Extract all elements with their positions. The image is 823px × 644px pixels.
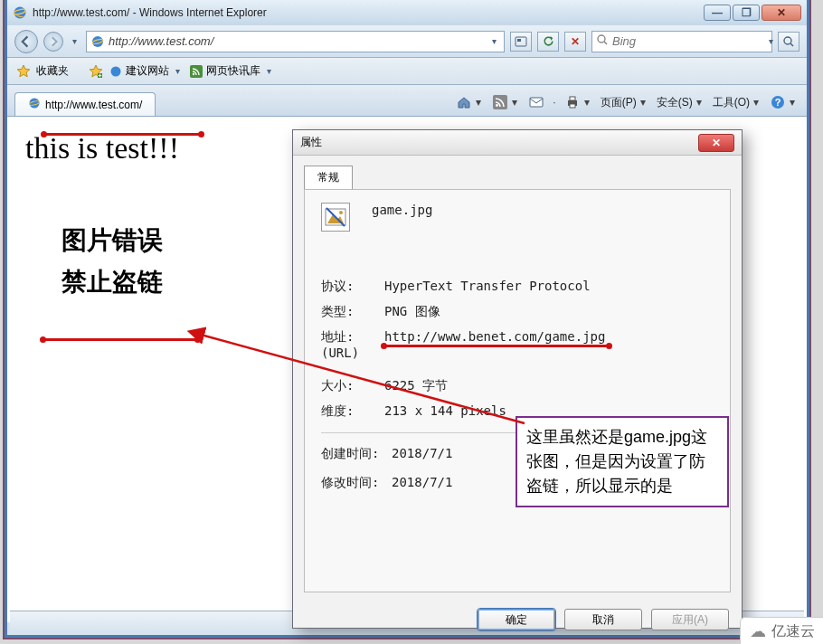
rss-icon — [492, 94, 508, 110]
address-input[interactable] — [109, 34, 488, 48]
page-menu-label: 页面(P) — [601, 95, 637, 110]
favorites-star-icon[interactable] — [16, 64, 31, 79]
nav-history-dropdown[interactable]: ▾ — [69, 36, 80, 46]
feed-icon — [189, 64, 203, 79]
type-value: PNG 图像 — [384, 304, 714, 320]
svg-point-11 — [193, 72, 194, 74]
type-label: 类型: — [321, 304, 384, 320]
svg-text:?: ? — [775, 97, 781, 108]
svg-point-7 — [784, 37, 791, 44]
annotation-callout: 这里虽然还是game.jpg这张图，但是因为设置了防盗链，所以显示的是 — [516, 416, 729, 507]
feeds-button[interactable]: ▾ — [489, 92, 522, 112]
svg-rect-10 — [190, 65, 203, 78]
print-icon — [564, 94, 581, 110]
address-dropdown[interactable]: ▾ — [488, 36, 500, 46]
search-icon — [596, 33, 609, 49]
home-icon — [456, 94, 472, 110]
size-label: 大小: — [321, 378, 384, 394]
mail-icon — [528, 94, 544, 110]
stop-button[interactable]: ✕ — [564, 32, 586, 52]
url-label: 地址: (URL) — [321, 329, 384, 360]
ie-small-icon — [109, 64, 123, 79]
watermark-text: 亿速云 — [771, 622, 815, 641]
svg-point-9 — [111, 66, 121, 76]
mail-button[interactable] — [525, 92, 547, 112]
favorites-bar: 收藏夹 建议网站 ▾ 网页快讯库 ▾ — [7, 58, 807, 85]
help-icon: ? — [770, 94, 786, 110]
search-input[interactable] — [612, 34, 765, 48]
chevron-down-icon: ▾ — [263, 66, 275, 76]
navigation-row: ▾ ▾ ✕ ▾ — [7, 25, 807, 58]
svg-point-15 — [496, 104, 498, 107]
annotation-underline-tab — [43, 133, 202, 136]
properties-dialog: 属性 ✕ 常规 game.jpg 协议:HyperText Transfer P… — [292, 129, 743, 629]
search-go-button[interactable] — [778, 32, 799, 52]
dialog-close-button[interactable]: ✕ — [698, 134, 734, 152]
home-button[interactable]: ▾ — [453, 92, 486, 112]
url-value: http://www.benet.com/game.jpg — [384, 329, 714, 360]
watermark: ☁ 亿速云 — [740, 617, 823, 644]
help-button[interactable]: ?▾ — [767, 92, 799, 112]
refresh-button[interactable] — [537, 32, 559, 52]
ctime-label: 创建时间: — [321, 446, 392, 462]
titlebar: http://www.test.com/ - Windows Internet … — [7, 0, 807, 25]
address-bar[interactable]: ▾ — [86, 31, 505, 52]
suggested-sites[interactable]: 建议网站 ▾ — [109, 63, 184, 79]
back-button[interactable] — [14, 30, 38, 53]
svg-point-6 — [598, 35, 605, 43]
dialog-general-panel: game.jpg 协议:HyperText Transfer Protocol … — [304, 189, 731, 592]
forward-button[interactable] — [43, 32, 63, 52]
suggested-label: 建议网站 — [126, 63, 169, 79]
compat-view-button[interactable] — [510, 32, 532, 52]
annotation-underline-image — [43, 338, 198, 341]
dialog-button-row: 确定 取消 应用(A) — [293, 601, 742, 638]
size-value: 6225 字节 — [384, 378, 714, 394]
dialog-title: 属性 — [300, 135, 698, 150]
favorites-label: 收藏夹 — [36, 63, 69, 79]
error-line1: 图片错误 — [61, 223, 163, 258]
svg-rect-16 — [530, 98, 543, 107]
annotation-text: 这里虽然还是game.jpg这张图，但是因为设置了防盗链，所以显示的是 — [526, 428, 707, 495]
ok-button[interactable]: 确定 — [478, 609, 555, 630]
safety-menu-label: 安全(S) — [657, 95, 693, 110]
chevron-down-icon: ▾ — [172, 66, 184, 76]
search-dropdown[interactable]: ▾ — [765, 36, 777, 46]
minimize-button[interactable]: — — [704, 5, 731, 21]
add-fav-icon[interactable] — [89, 64, 103, 79]
error-line2: 禁止盗链 — [61, 265, 163, 299]
ie-icon — [13, 5, 27, 20]
tools-menu[interactable]: 工具(O)▾ — [710, 93, 763, 112]
protocol-label: 协议: — [321, 279, 384, 295]
tools-menu-label: 工具(O) — [713, 95, 750, 110]
dialog-tab-general[interactable]: 常规 — [304, 166, 353, 190]
cloud-icon: ☁ — [750, 621, 766, 641]
apply-button[interactable]: 应用(A) — [651, 609, 729, 630]
tab-bar: http://www.test.com/ ▾ ▾ · ▾ 页面(P)▾ 安全(S… — [7, 85, 807, 116]
maximize-button[interactable]: ❐ — [733, 5, 760, 21]
safety-menu[interactable]: 安全(S)▾ — [654, 93, 706, 112]
file-type-icon — [321, 203, 350, 232]
protocol-value: HyperText Transfer Protocol — [384, 279, 714, 295]
svg-point-24 — [339, 211, 343, 214]
tab-current[interactable]: http://www.test.com/ — [14, 92, 156, 116]
hotlink-error-image[interactable]: 图片错误 禁止盗链 — [61, 223, 163, 299]
page-menu[interactable]: 页面(P)▾ — [598, 93, 650, 112]
search-bar[interactable]: ▾ — [591, 31, 772, 52]
tab-label: http://www.test.com/ — [45, 99, 142, 111]
filename-value: game.jpg — [372, 203, 432, 217]
print-button[interactable]: ▾ — [562, 92, 594, 112]
mtime-label: 修改时间: — [321, 475, 392, 491]
web-slices[interactable]: 网页快讯库 ▾ — [189, 63, 275, 79]
ie-favicon-icon — [28, 97, 41, 112]
svg-rect-18 — [570, 97, 575, 100]
close-button[interactable]: ✕ — [762, 5, 801, 21]
svg-rect-14 — [493, 95, 507, 109]
dim-label: 维度: — [321, 403, 384, 420]
site-favicon-icon — [90, 34, 105, 49]
window-title: http://www.test.com/ - Windows Internet … — [33, 6, 704, 19]
webslices-label: 网页快讯库 — [206, 63, 260, 79]
svg-rect-19 — [570, 104, 575, 108]
favorites-button[interactable]: 收藏夹 — [36, 63, 69, 79]
command-bar: ▾ ▾ · ▾ 页面(P)▾ 安全(S)▾ 工具(O)▾ ?▾ — [453, 92, 799, 112]
cancel-button[interactable]: 取消 — [564, 609, 642, 630]
